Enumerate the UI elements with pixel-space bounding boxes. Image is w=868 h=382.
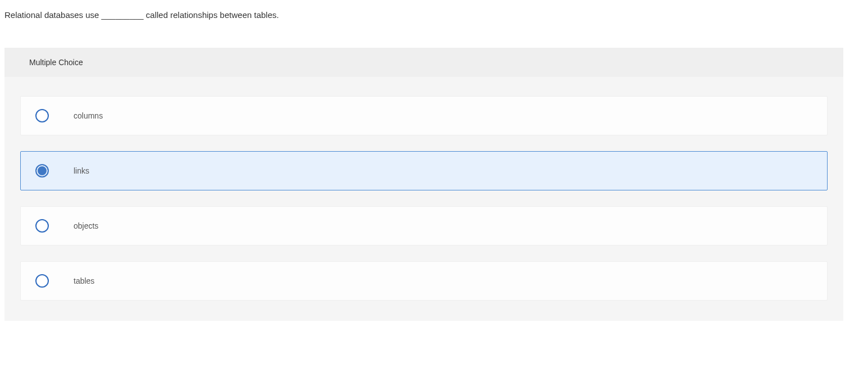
option-columns[interactable]: columns [20,96,828,135]
option-links[interactable]: links [20,151,828,190]
option-tables[interactable]: tables [20,261,828,301]
radio-icon [35,164,49,178]
question-page: Relational databases use _________ calle… [0,0,868,343]
radio-icon [35,219,49,233]
option-label: links [74,166,89,175]
radio-icon [35,274,49,288]
option-objects[interactable]: objects [20,206,828,245]
option-label: columns [74,111,103,120]
question-text: Relational databases use _________ calle… [4,10,864,48]
section-label: Multiple Choice [4,48,843,77]
multiple-choice-card: Multiple Choice columns links objects ta… [4,48,843,321]
options-list: columns links objects tables [4,77,843,301]
option-label: objects [74,221,98,230]
radio-icon [35,109,49,122]
option-label: tables [74,276,94,285]
